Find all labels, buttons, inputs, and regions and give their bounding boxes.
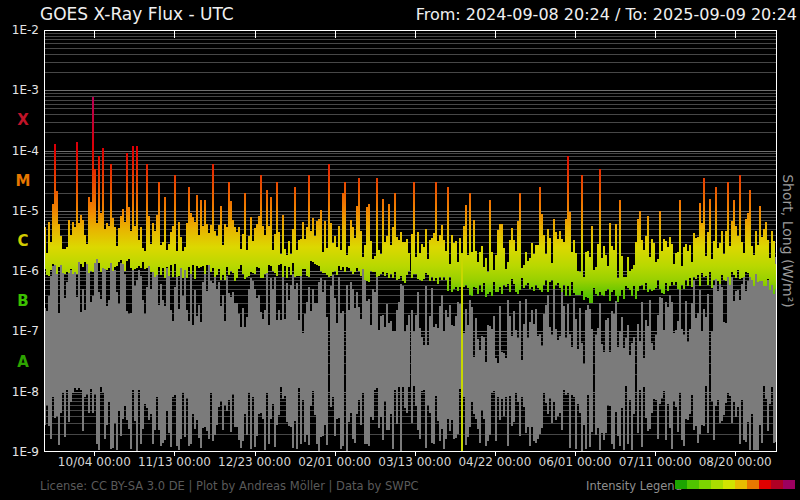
y-axis-tick-label: 1E-4 (0, 144, 39, 158)
legend-color-swatch (771, 480, 783, 489)
y-axis-tick-label: 1E-2 (0, 23, 39, 37)
y-axis-tick-label: 1E-5 (0, 204, 39, 218)
flare-class-label-m: M (10, 172, 36, 190)
flare-class-label-a: A (10, 353, 36, 371)
y-axis-tick-label: 1E-6 (0, 264, 39, 278)
plot-area (44, 30, 777, 458)
legend-color-swatch (735, 480, 747, 489)
legend-color-swatch (675, 480, 687, 489)
y-axis-tick-label: 1E-8 (0, 385, 39, 399)
flare-class-label-c: C (10, 232, 36, 250)
flare-class-label-b: B (10, 292, 36, 310)
y-axis-tick-label: 1E-9 (0, 445, 39, 459)
legend-color-swatch (723, 480, 735, 489)
right-axis-label: Short, Long (W/m²) (780, 174, 796, 308)
y-axis-tick-label: 1E-7 (0, 324, 39, 338)
chart-title: GOES X-Ray Flux - UTC (40, 4, 234, 24)
legend-color-swatch (759, 480, 771, 489)
legend-color-swatch (711, 480, 723, 489)
legend-color-swatch (699, 480, 711, 489)
intensity-legend-bar (675, 480, 795, 489)
license-text: License: CC BY-SA 3.0 DE | Plot by Andre… (40, 479, 419, 493)
goes-xray-flux-chart: GOES X-Ray Flux - UTC From: 2024-09-08 2… (0, 0, 800, 500)
legend-color-swatch (687, 480, 699, 489)
x-axis-tick-label: 08/20 00:00 (680, 455, 790, 469)
legend-color-swatch (747, 480, 759, 489)
flare-class-label-x: X (10, 111, 36, 129)
intensity-legend-label: Intensity Legend (586, 479, 682, 493)
date-range-label: From: 2024-09-08 20:24 / To: 2025-09-09 … (416, 5, 797, 24)
y-axis-tick-label: 1E-3 (0, 83, 39, 97)
legend-color-swatch (783, 480, 795, 489)
